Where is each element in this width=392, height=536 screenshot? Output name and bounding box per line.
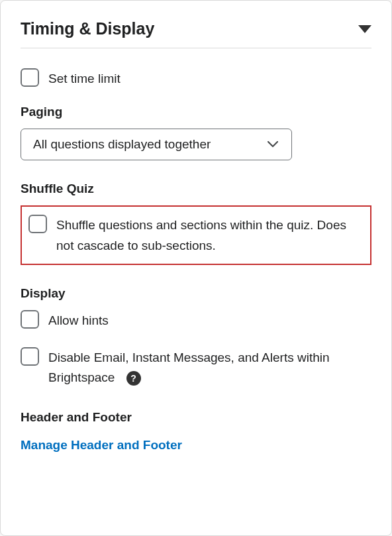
- time-limit-row: Set time limit: [21, 68, 371, 89]
- shuffle-label: Shuffle questions and sections within th…: [56, 215, 364, 256]
- paging-heading: Paging: [21, 105, 371, 119]
- collapse-caret-icon[interactable]: [358, 25, 371, 33]
- shuffle-checkbox[interactable]: [28, 215, 47, 233]
- manage-header-footer-link[interactable]: Manage Header and Footer: [21, 438, 182, 452]
- allow-hints-row: Allow hints: [21, 310, 371, 331]
- time-limit-label: Set time limit: [48, 68, 121, 89]
- allow-hints-checkbox[interactable]: [21, 310, 39, 329]
- help-icon[interactable]: ?: [126, 371, 141, 386]
- panel-header: Timing & Display: [21, 19, 371, 38]
- paging-selected-value: All questions displayed together: [33, 137, 211, 152]
- disable-comms-label: Disable Email, Instant Messages, and Ale…: [48, 347, 371, 388]
- shuffle-row: Shuffle questions and sections within th…: [28, 215, 364, 256]
- disable-comms-row: Disable Email, Instant Messages, and Ale…: [21, 347, 371, 388]
- timing-display-panel: Timing & Display Set time limit Paging A…: [0, 0, 392, 536]
- divider: [21, 48, 371, 48]
- allow-hints-label: Allow hints: [48, 310, 109, 331]
- paging-dropdown[interactable]: All questions displayed together: [21, 129, 292, 160]
- time-limit-checkbox[interactable]: [21, 68, 39, 87]
- header-footer-heading: Header and Footer: [21, 410, 371, 425]
- shuffle-highlight: Shuffle questions and sections within th…: [21, 205, 371, 265]
- chevron-down-icon: [268, 141, 278, 148]
- shuffle-heading: Shuffle Quiz: [21, 182, 371, 196]
- display-heading: Display: [21, 286, 371, 301]
- panel-title: Timing & Display: [21, 19, 154, 38]
- disable-comms-checkbox[interactable]: [21, 347, 39, 366]
- disable-comms-text: Disable Email, Instant Messages, and Ale…: [48, 350, 330, 384]
